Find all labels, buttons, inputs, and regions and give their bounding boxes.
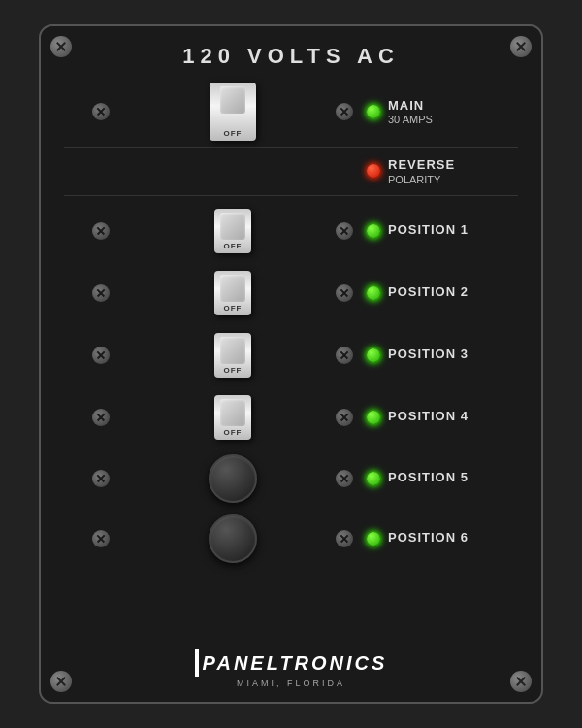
toggle-pos3-label: OFF: [224, 366, 242, 375]
brand-name: PANELTRONICS: [195, 649, 388, 677]
breaker-pos6[interactable]: [209, 514, 257, 563]
row-pos5-indicator: POSITION 5: [367, 470, 469, 486]
main-toggle-label: OFF: [224, 129, 242, 138]
brand-location: MIAMI, FLORIDA: [237, 678, 345, 688]
mini-screw-pos5-left: [92, 470, 110, 487]
corner-screw-bl: [50, 671, 72, 692]
label-pos1: POSITION 1: [388, 222, 469, 239]
mini-screw-main-right: [336, 103, 353, 120]
row-pos4-indicator: POSITION 4: [367, 409, 469, 425]
row-pos1-center: OFF: [130, 206, 336, 256]
led-main: [367, 105, 380, 118]
label-main-text: MAIN: [388, 98, 433, 115]
toggle-pos4-body: OFF: [214, 395, 251, 440]
mini-screw-pos6-left: [92, 530, 110, 547]
row-pos3-indicator: POSITION 3: [367, 347, 469, 363]
toggle-pos2[interactable]: OFF: [202, 268, 264, 318]
mini-screw-pos3-left: [92, 347, 110, 364]
led-pos6: [367, 532, 380, 546]
led-reverse-polarity: [367, 164, 380, 178]
toggle-pos1-label: OFF: [224, 242, 242, 250]
row-main-right: MAIN 30 AMPS: [336, 98, 510, 126]
row-pos3-left: [72, 347, 130, 364]
row-pos4-left: [72, 409, 130, 426]
label-pos2: POSITION 2: [388, 284, 469, 301]
row-pos6-left: [72, 530, 130, 547]
row-pos4-center: OFF: [130, 392, 336, 443]
label-rp-sub: POLARITY: [388, 174, 455, 185]
row-pos2: OFF POSITION 2: [64, 264, 518, 322]
row-pos2-left: [72, 284, 130, 302]
toggle-pos4[interactable]: OFF: [202, 392, 264, 443]
row-pos3-right: POSITION 3: [336, 347, 510, 364]
toggle-pos2-body: OFF: [214, 271, 251, 315]
led-pos5: [367, 472, 380, 485]
mini-screw-pos2-right: [336, 284, 353, 302]
row-pos6-indicator: POSITION 6: [367, 530, 469, 546]
toggle-pos3-body: OFF: [214, 333, 251, 378]
led-pos1: [367, 224, 380, 238]
row-pos1-right: POSITION 1: [336, 222, 510, 240]
row-pos3-center: OFF: [130, 330, 336, 381]
row-pos5: POSITION 5: [64, 450, 518, 507]
row-main-center: OFF: [130, 86, 336, 137]
led-pos4: [367, 411, 380, 424]
label-pos3: POSITION 3: [388, 347, 469, 363]
corner-screw-tr: [510, 36, 532, 57]
control-panel: 120 VOLTS AC OFF MAIN 3: [39, 24, 543, 704]
corner-screw-tl: [50, 36, 72, 57]
label-pos5: POSITION 5: [388, 470, 469, 486]
row-main: OFF MAIN 30 AMPS: [64, 83, 518, 141]
main-toggle-body: OFF: [210, 83, 256, 141]
mini-screw-pos2-left: [92, 284, 110, 302]
mini-screw-pos3-right: [336, 347, 353, 364]
rows-container: OFF MAIN 30 AMPS: [64, 83, 518, 642]
label-rp: REVERSE POLARITY: [388, 157, 455, 185]
row-rp-right: REVERSE POLARITY: [336, 157, 510, 185]
row-pos5-left: [72, 470, 130, 487]
label-rp-text: REVERSE: [388, 157, 455, 174]
label-main-sub: 30 AMPS: [388, 114, 433, 125]
toggle-pos3[interactable]: OFF: [202, 330, 264, 381]
toggle-pos2-label: OFF: [224, 304, 242, 313]
corner-screw-br: [510, 671, 532, 692]
breaker-pos5[interactable]: [209, 454, 257, 503]
toggle-pos1-body: OFF: [214, 209, 251, 253]
brand-text: PANELTRONICS: [203, 652, 388, 675]
brand-bar: [195, 649, 199, 677]
mini-screw-pos4-left: [92, 409, 110, 426]
led-pos3: [367, 348, 380, 362]
row-pos1-indicator: POSITION 1: [367, 222, 469, 239]
main-toggle-switch[interactable]: OFF: [202, 86, 264, 137]
divider-1: [64, 147, 518, 148]
row-main-indicator: MAIN 30 AMPS: [367, 98, 433, 126]
row-pos4: OFF POSITION 4: [64, 388, 518, 447]
mini-screw-pos6-right: [336, 530, 353, 547]
toggle-pos4-label: OFF: [224, 428, 242, 437]
led-pos2: [367, 286, 380, 300]
row-pos2-center: OFF: [130, 268, 336, 318]
mini-screw-main-left: [92, 103, 110, 120]
row-pos6-right: POSITION 6: [336, 530, 510, 547]
row-pos4-right: POSITION 4: [336, 409, 510, 426]
row-pos3: OFF POSITION 3: [64, 326, 518, 384]
row-pos2-right: POSITION 2: [336, 284, 510, 302]
row-reverse-polarity: REVERSE POLARITY: [64, 153, 518, 189]
row-main-left: [72, 103, 130, 120]
brand-footer: PANELTRONICS MIAMI, FLORIDA: [195, 649, 388, 688]
row-pos1-left: [72, 222, 130, 240]
row-pos1: OFF POSITION 1: [64, 202, 518, 260]
toggle-pos1[interactable]: OFF: [202, 206, 264, 256]
mini-screw-pos4-right: [336, 409, 353, 426]
panel-title: 120 VOLTS AC: [182, 44, 400, 69]
label-pos6: POSITION 6: [388, 530, 469, 546]
label-pos4: POSITION 4: [388, 409, 469, 425]
label-main: MAIN 30 AMPS: [388, 98, 433, 126]
mini-screw-pos1-left: [92, 222, 110, 240]
row-pos6-center: [130, 514, 336, 563]
row-pos2-indicator: POSITION 2: [367, 284, 469, 301]
row-pos5-center: [130, 454, 336, 503]
mini-screw-pos5-right: [336, 470, 353, 487]
row-pos6: POSITION 6: [64, 511, 518, 567]
row-rp-indicator: REVERSE POLARITY: [367, 157, 455, 185]
